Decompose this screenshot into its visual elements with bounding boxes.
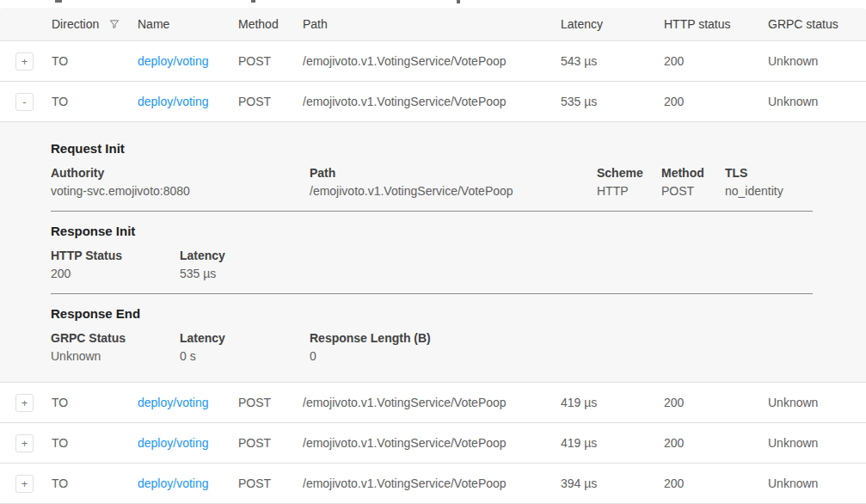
- latency-label: Latency: [180, 247, 813, 265]
- expanded-row-detail: Request Init Authority voting-svc.emojiv…: [0, 122, 866, 383]
- row-method: POST: [238, 54, 303, 68]
- authority-label: Authority: [51, 164, 310, 182]
- row-latency: 419 µs: [561, 396, 664, 409]
- grpc-status-field: GRPC Status Unknown: [51, 329, 180, 366]
- column-header-direction: Direction: [52, 17, 138, 31]
- row-path: /emojivoto.v1.VotingService/VotePoop: [303, 54, 561, 68]
- row-grpc-status: Unknown: [768, 95, 866, 108]
- row-direction: TO: [52, 436, 138, 450]
- row-latency: 543 µs: [561, 54, 664, 68]
- table-row: + TO deploy/voting POST /emojivoto.v1.Vo…: [0, 423, 866, 464]
- row-name-link[interactable]: deploy/voting: [138, 396, 209, 409]
- cropped-top-content: [0, 0, 866, 8]
- method-label: Method: [661, 164, 725, 182]
- direction-header-label: Direction: [52, 17, 99, 31]
- filter-funnel-icon[interactable]: [108, 18, 120, 30]
- row-latency: 535 µs: [561, 95, 664, 108]
- latency-label: Latency: [180, 329, 310, 347]
- cropped-text-fragment: [457, 0, 460, 3]
- tap-table-page: Direction Name Method Path Latency HTTP …: [0, 0, 866, 504]
- section-divider: [51, 293, 813, 294]
- response-length-field: Response Length (B) 0: [310, 329, 813, 366]
- http-status-label: HTTP Status: [51, 247, 180, 265]
- column-header-path: Path: [303, 17, 561, 31]
- response-end-section: Response End GRPC Status Unknown Latency…: [51, 304, 813, 366]
- expand-row-button[interactable]: +: [15, 475, 34, 493]
- latency-field: Latency 535 µs: [180, 247, 813, 283]
- grpc-status-value: Unknown: [51, 347, 180, 366]
- column-header-http-status: HTTP status: [664, 17, 768, 31]
- response-length-value: 0: [310, 347, 813, 366]
- response-init-section: Response Init HTTP Status 200 Latency 53…: [51, 222, 813, 294]
- http-status-value: 200: [51, 265, 180, 283]
- row-method: POST: [238, 95, 303, 108]
- response-length-label: Response Length (B): [310, 329, 813, 347]
- tls-field: TLS no_identity: [725, 164, 813, 200]
- tls-label: TLS: [725, 164, 813, 182]
- row-grpc-status: Unknown: [768, 396, 866, 409]
- path-label: Path: [310, 164, 597, 182]
- table-header-row: Direction Name Method Path Latency HTTP …: [0, 8, 866, 41]
- row-grpc-status: Unknown: [768, 436, 866, 450]
- row-direction: TO: [52, 54, 138, 68]
- row-grpc-status: Unknown: [768, 476, 866, 490]
- method-value: POST: [661, 182, 725, 200]
- path-value: /emojivoto.v1.VotingService/VotePoop: [310, 182, 597, 200]
- row-name-link[interactable]: deploy/voting: [138, 54, 209, 68]
- column-header-method: Method: [238, 17, 303, 31]
- scheme-field: Scheme HTTP: [597, 164, 661, 200]
- tap-results-table: Direction Name Method Path Latency HTTP …: [0, 8, 866, 504]
- row-http-status: 200: [664, 54, 768, 68]
- authority-field: Authority voting-svc.emojivoto:8080: [51, 164, 310, 200]
- request-init-title: Request Init: [51, 139, 813, 157]
- cropped-text-fragment: [55, 0, 62, 3]
- row-method: POST: [238, 396, 303, 409]
- row-path: /emojivoto.v1.VotingService/VotePoop: [303, 436, 561, 450]
- expand-row-button[interactable]: +: [15, 52, 34, 71]
- path-field: Path /emojivoto.v1.VotingService/VotePoo…: [310, 164, 597, 200]
- collapse-row-button[interactable]: -: [15, 93, 34, 111]
- row-path: /emojivoto.v1.VotingService/VotePoop: [303, 476, 561, 490]
- row-path: /emojivoto.v1.VotingService/VotePoop: [303, 396, 561, 409]
- request-init-section: Request Init Authority voting-svc.emojiv…: [51, 139, 813, 212]
- table-row: + TO deploy/voting POST /emojivoto.v1.Vo…: [0, 41, 866, 82]
- response-end-title: Response End: [51, 304, 813, 323]
- column-header-name: Name: [138, 17, 238, 31]
- row-direction: TO: [52, 396, 138, 409]
- latency-value: 0 s: [180, 347, 310, 366]
- http-status-field: HTTP Status 200: [51, 247, 180, 283]
- table-row-expanded: - TO deploy/voting POST /emojivoto.v1.Vo…: [0, 82, 866, 122]
- row-http-status: 200: [664, 396, 768, 409]
- row-latency: 419 µs: [561, 436, 664, 450]
- column-header-grpc-status: GRPC status: [768, 17, 866, 31]
- scheme-value: HTTP: [597, 182, 661, 200]
- row-http-status: 200: [664, 95, 768, 108]
- row-direction: TO: [52, 476, 138, 490]
- latency-value: 535 µs: [180, 265, 813, 283]
- scheme-label: Scheme: [597, 164, 661, 182]
- response-init-title: Response Init: [51, 222, 813, 240]
- row-path: /emojivoto.v1.VotingService/VotePoop: [303, 95, 561, 108]
- row-direction: TO: [52, 95, 138, 108]
- row-name-link[interactable]: deploy/voting: [138, 436, 209, 450]
- section-divider: [51, 211, 813, 212]
- expand-row-button[interactable]: +: [15, 394, 34, 412]
- row-method: POST: [238, 476, 303, 490]
- tls-value: no_identity: [725, 182, 813, 200]
- column-header-latency: Latency: [561, 17, 664, 31]
- method-field: Method POST: [661, 164, 725, 200]
- grpc-status-label: GRPC Status: [51, 329, 180, 347]
- row-grpc-status: Unknown: [768, 54, 866, 68]
- row-name-link[interactable]: deploy/voting: [138, 476, 209, 490]
- row-name-link[interactable]: deploy/voting: [138, 95, 209, 108]
- row-method: POST: [238, 436, 303, 450]
- cropped-text-fragment: [251, 0, 255, 3]
- expand-row-button[interactable]: +: [15, 434, 34, 452]
- row-http-status: 200: [664, 436, 768, 450]
- table-row: + TO deploy/voting POST /emojivoto.v1.Vo…: [0, 383, 866, 423]
- row-latency: 394 µs: [561, 476, 664, 490]
- row-http-status: 200: [664, 476, 768, 490]
- latency-field: Latency 0 s: [180, 329, 310, 366]
- authority-value: voting-svc.emojivoto:8080: [51, 182, 310, 200]
- table-row: + TO deploy/voting POST /emojivoto.v1.Vo…: [0, 464, 866, 504]
